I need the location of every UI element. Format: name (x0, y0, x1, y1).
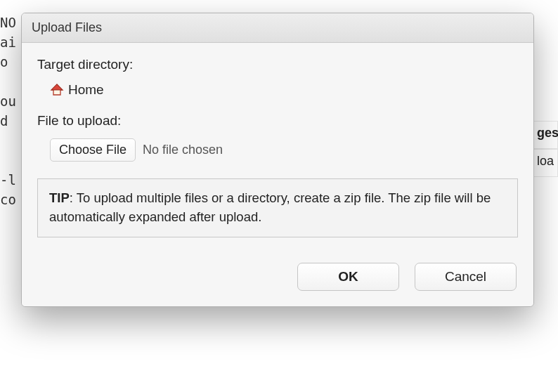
background-right-table: ges loa (534, 121, 558, 177)
target-directory-label: Target directory: (37, 57, 518, 72)
ok-button[interactable]: OK (297, 263, 399, 291)
file-chosen-status: No file chosen (143, 143, 223, 157)
target-directory-value[interactable]: Home (50, 82, 518, 98)
dialog-title: Upload Files (22, 13, 533, 43)
tip-text: : To upload multiple files or a director… (49, 190, 491, 224)
target-directory-name: Home (68, 82, 104, 98)
svg-marker-1 (51, 84, 63, 90)
home-icon (50, 83, 64, 97)
tip-label: TIP (49, 190, 70, 205)
upload-files-dialog: Upload Files Target directory: Home File… (21, 13, 534, 307)
table-header-cell: ges (534, 121, 558, 149)
dialog-content: Target directory: Home File to upload: C… (22, 43, 533, 253)
file-to-upload-label: File to upload: (37, 113, 518, 129)
cancel-button[interactable]: Cancel (415, 263, 517, 291)
background-left-text: NO ai o ou d -l co (0, 13, 16, 209)
choose-file-button[interactable]: Choose File (50, 138, 136, 162)
file-input-row: Choose File No file chosen (50, 138, 518, 162)
table-cell: loa (534, 149, 558, 177)
dialog-button-row: OK Cancel (22, 253, 533, 306)
tip-box: TIP: To upload multiple files or a direc… (37, 178, 518, 237)
